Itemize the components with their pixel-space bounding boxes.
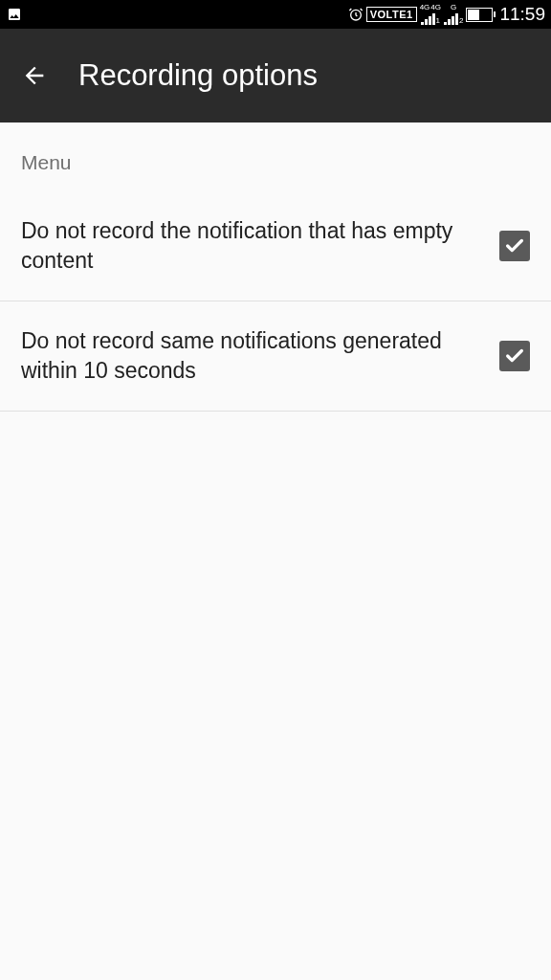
status-time: 11:59 — [499, 4, 545, 25]
signal-1-label-a: 4G — [420, 4, 430, 11]
signal-2-group: G 2 — [444, 4, 463, 25]
signal-bars-1 — [421, 11, 435, 25]
section-header-menu: Menu — [0, 122, 551, 191]
status-bar: VOLTE1 4G 4G 1 G — [0, 0, 551, 29]
signal-2-label: G — [451, 4, 456, 11]
checkmark-icon — [504, 345, 525, 367]
signal-1-sub: 1 — [436, 16, 440, 25]
setting-skip-empty[interactable]: Do not record the notification that has … — [0, 191, 551, 301]
status-right: VOLTE1 4G 4G 1 G — [348, 4, 545, 25]
signal-bars-2 — [444, 11, 458, 25]
setting-skip-empty-checkbox[interactable] — [499, 231, 530, 261]
setting-skip-duplicate[interactable]: Do not record same notifications generat… — [0, 301, 551, 412]
checkmark-icon — [504, 235, 525, 256]
volte-badge: VOLTE1 — [366, 7, 417, 22]
signal-1-group: 4G 4G 1 — [420, 4, 441, 25]
page-title: Recording options — [78, 58, 318, 93]
signal-1-label-b: 4G — [430, 4, 441, 11]
setting-skip-duplicate-label: Do not record same notifications generat… — [21, 326, 499, 386]
setting-skip-duplicate-checkbox[interactable] — [499, 341, 530, 371]
setting-skip-empty-label: Do not record the notification that has … — [21, 216, 499, 276]
status-left — [6, 7, 23, 22]
signal-2-sub: 2 — [459, 16, 463, 25]
battery-icon — [466, 8, 493, 22]
app-bar: Recording options — [0, 29, 551, 122]
alarm-icon — [348, 7, 364, 22]
back-arrow-icon[interactable] — [21, 62, 48, 89]
picture-icon — [6, 7, 23, 22]
